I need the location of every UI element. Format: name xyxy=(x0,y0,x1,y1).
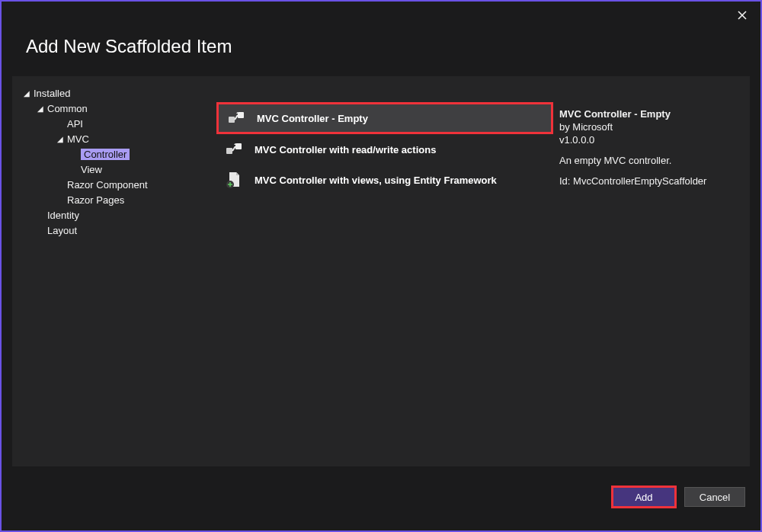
details-id-label: Id: xyxy=(559,175,570,187)
tree-item-common[interactable]: ◢ Common xyxy=(20,101,212,116)
close-icon xyxy=(738,11,747,20)
controller-icon xyxy=(226,108,246,128)
dialog-body: ◢ Installed ◢ Common ◢ API ◢ MVC ◢ Contr… xyxy=(12,76,750,466)
svg-rect-3 xyxy=(238,112,244,118)
details-panel: MVC Controller - Empty by Microsoft v1.0… xyxy=(553,76,750,466)
titlebar xyxy=(2,2,760,36)
tree-label: Razor Component xyxy=(67,179,148,191)
tree-item-layout[interactable]: ◢ Layout xyxy=(20,223,212,238)
details-id-value: MvcControllerEmptyScaffolder xyxy=(573,175,706,187)
file-generate-icon xyxy=(224,170,244,190)
svg-rect-5 xyxy=(235,143,242,149)
scaffold-item-label: MVC Controller with views, using Entity … xyxy=(255,175,497,186)
tree-label: View xyxy=(81,164,102,175)
scaffold-item-mvc-controller-empty[interactable]: MVC Controller - Empty xyxy=(216,102,553,134)
tree-label: Razor Pages xyxy=(67,194,124,206)
tree-root-installed[interactable]: ◢ Installed xyxy=(20,85,212,101)
tree-label: MVC xyxy=(67,133,89,145)
controller-icon xyxy=(224,139,244,159)
tree-label: Controller xyxy=(81,149,130,160)
tree-label: API xyxy=(67,118,83,130)
caret-down-icon: ◢ xyxy=(56,135,64,143)
details-id: Id: MvcControllerEmptyScaffolder xyxy=(559,175,741,187)
tree-item-mvc[interactable]: ◢ MVC xyxy=(20,131,212,146)
svg-rect-2 xyxy=(229,117,235,123)
tree-item-view[interactable]: ◢ View xyxy=(20,162,212,177)
tree-label: Common xyxy=(47,103,88,114)
tree-item-identity[interactable]: ◢ Identity xyxy=(20,207,212,223)
cancel-button[interactable]: Cancel xyxy=(684,487,745,507)
sidebar: ◢ Installed ◢ Common ◢ API ◢ MVC ◢ Contr… xyxy=(12,76,216,466)
dialog-footer: Add Cancel xyxy=(12,474,750,520)
add-button[interactable]: Add xyxy=(611,486,677,508)
close-button[interactable] xyxy=(735,8,750,23)
tree-item-razor-component[interactable]: ◢ Razor Component xyxy=(20,177,212,192)
tree-label: Layout xyxy=(47,225,77,236)
details-description: An empty MVC controller. xyxy=(559,155,741,166)
tree-item-controller[interactable]: ◢ Controller xyxy=(20,146,212,162)
dialog-title: Add New Scaffolded Item xyxy=(2,36,760,75)
dialog-window: Add New Scaffolded Item ◢ Installed ◢ Co… xyxy=(0,0,762,532)
tree-label: Identity xyxy=(47,210,79,221)
scaffold-item-mvc-controller-rw[interactable]: MVC Controller with read/write actions xyxy=(216,134,553,165)
caret-down-icon: ◢ xyxy=(37,104,44,113)
scaffold-item-label: MVC Controller with read/write actions xyxy=(255,144,436,155)
tree-item-razor-pages[interactable]: ◢ Razor Pages xyxy=(20,192,212,207)
tree-item-api[interactable]: ◢ API xyxy=(20,116,212,131)
tree-label: Installed xyxy=(34,88,70,99)
details-author: by Microsoft xyxy=(559,121,741,133)
scaffold-item-label: MVC Controller - Empty xyxy=(257,113,368,124)
scaffold-list: MVC Controller - Empty MVC Controller wi… xyxy=(216,76,553,466)
caret-down-icon: ◢ xyxy=(23,89,30,98)
scaffold-item-mvc-controller-ef[interactable]: MVC Controller with views, using Entity … xyxy=(216,165,553,195)
details-version: v1.0.0.0 xyxy=(559,134,741,146)
svg-rect-4 xyxy=(226,148,232,154)
details-title: MVC Controller - Empty xyxy=(559,108,741,120)
